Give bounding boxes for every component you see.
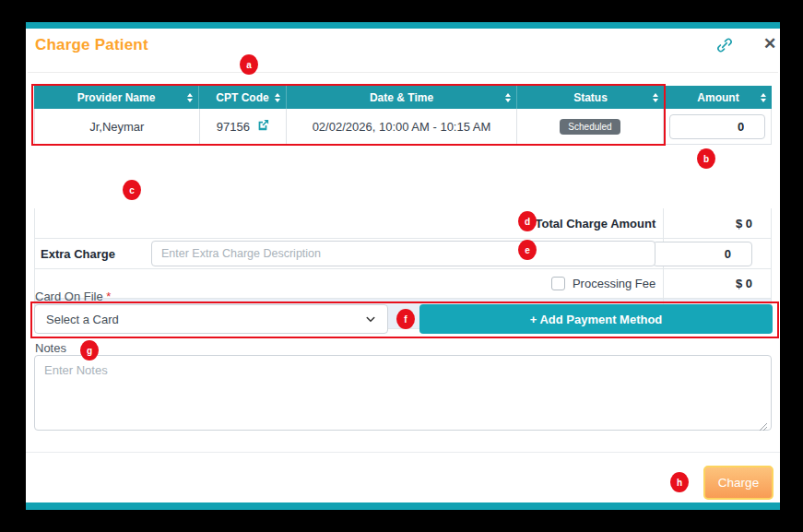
required-asterisk: * [106,290,111,303]
extra-charge-row: Extra Charge [34,239,772,269]
sort-icon[interactable] [275,93,280,102]
charge-patient-modal: Charge Patient ✕ Provider Name CPT Code [26,22,780,510]
chevron-down-icon [365,313,376,327]
processing-fee-checkbox[interactable] [551,277,565,290]
annotation-circle-h: h [670,472,689,492]
column-header-amount[interactable]: Amount [664,86,772,109]
close-icon[interactable]: ✕ [763,34,776,53]
sort-icon[interactable] [505,93,511,102]
amount-cell [663,109,771,144]
sort-icon[interactable] [653,93,658,102]
column-header-date-time[interactable]: Date & Time [286,86,516,109]
external-link-icon[interactable] [256,119,269,135]
column-header-cpt-code[interactable]: CPT Code [198,86,286,109]
notes-textarea[interactable] [34,355,772,431]
total-charge-label: Total Charge Amount [536,217,664,231]
provider-name-cell: Jr,Neymar [35,109,199,144]
modal-bottom-accent-bar [26,502,780,510]
sort-icon[interactable] [761,93,766,102]
processing-fee-label: Processing Fee [573,277,655,290]
processing-fee-value: $ 0 [663,269,771,298]
extra-charge-amount-cell [663,239,771,268]
extra-charge-amount-input[interactable] [653,242,752,266]
link-icon[interactable] [714,35,735,55]
screenshot-frame: Charge Patient ✕ Provider Name CPT Code [0,0,803,532]
extra-charge-label: Extra Charge [35,247,115,261]
total-charge-value: $ 0 [663,208,771,238]
add-payment-method-button[interactable]: + Add Payment Method [419,304,773,334]
charges-table: Provider Name CPT Code Date & Time Statu… [34,86,772,145]
status-badge: Scheduled [560,119,620,135]
footer-divider [26,452,780,453]
card-on-file-label: Card On File * [35,290,111,303]
extra-charge-description-input[interactable] [151,241,655,266]
datetime-cell: 02/02/2026, 10:00 AM - 10:15 AM [286,109,515,144]
modal-top-accent-bar [26,22,780,29]
sort-icon[interactable] [187,93,193,102]
table-header-row: Provider Name CPT Code Date & Time Statu… [34,86,772,109]
column-header-provider-name[interactable]: Provider Name [34,86,198,109]
annotation-circle-c: c [123,180,141,200]
amount-input[interactable] [669,114,765,139]
card-select[interactable]: Select a Card [34,304,388,334]
title-divider [28,72,778,73]
cpt-code-cell: 97156 [199,109,287,144]
charge-button[interactable]: Charge [703,466,773,500]
cpt-code-value: 97156 [217,120,250,134]
card-select-value: Select a Card [46,313,119,326]
annotation-circle-b: b [697,148,715,169]
page-title: Charge Patient [35,36,148,54]
total-charge-row: Total Charge Amount $ 0 [34,208,772,239]
column-header-status[interactable]: Status [516,86,664,109]
table-row: Jr,Neymar 97156 02/02/2026, 10:00 AM - 1… [34,109,772,145]
notes-label: Notes [35,341,66,355]
status-cell: Scheduled [516,109,664,144]
processing-fee-row: Processing Fee $ 0 [34,269,772,299]
